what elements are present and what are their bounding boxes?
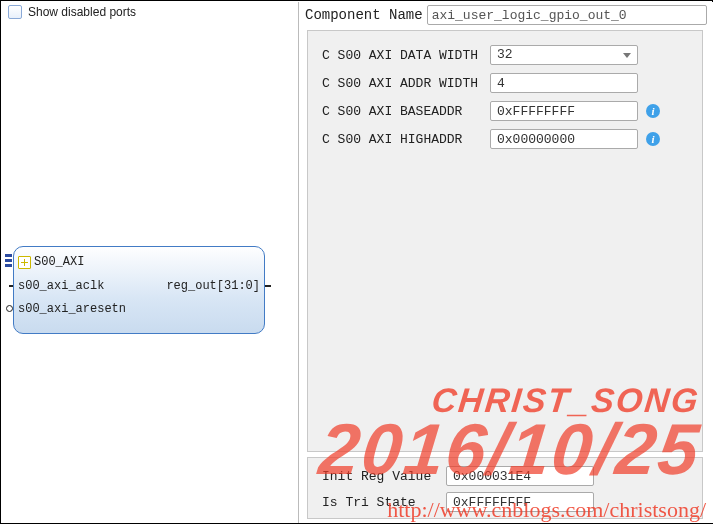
bus-port-label: S00_AXI: [34, 255, 84, 269]
param-label: C S00 AXI DATA WIDTH: [322, 48, 490, 63]
param-label: C S00 AXI ADDR WIDTH: [322, 76, 490, 91]
show-disabled-checkbox[interactable]: [8, 5, 22, 19]
param-value: 32: [497, 47, 513, 62]
diagram-pane: Show disabled ports S00_AXI s00_axi_aclk…: [2, 2, 299, 523]
param-init-reg-input[interactable]: 0x000031E4: [446, 466, 594, 486]
out-port-label: reg_out[31:0]: [166, 279, 260, 293]
properties-pane: Component Name axi_user_logic_gpio_out_0…: [299, 2, 713, 523]
param-tristate-input[interactable]: 0xFFFFFFFF: [446, 492, 594, 512]
param-baseaddr-input[interactable]: 0xFFFFFFFF: [490, 101, 638, 121]
invert-bubble-icon: [6, 305, 13, 312]
param-row-addr-width: C S00 AXI ADDR WIDTH 4: [322, 73, 638, 93]
component-name-label: Component Name: [305, 7, 423, 23]
extra-params-panel: Init Reg Value 0x000031E4 Is Tri State 0…: [307, 457, 703, 519]
bus-port-row[interactable]: S00_AXI: [18, 255, 84, 269]
rstn-port-row[interactable]: s00_axi_aresetn: [18, 302, 126, 316]
show-disabled-label: Show disabled ports: [28, 5, 136, 19]
bus-port-tip: [5, 254, 12, 267]
info-icon[interactable]: i: [646, 104, 660, 118]
param-data-width-select[interactable]: 32: [490, 45, 638, 65]
clk-port-row[interactable]: s00_axi_aclk: [18, 279, 104, 293]
param-addr-width-input[interactable]: 4: [490, 73, 638, 93]
param-row-tristate: Is Tri State 0xFFFFFFFF: [322, 492, 594, 512]
app-root: Show disabled ports S00_AXI s00_axi_aclk…: [0, 0, 713, 524]
param-highaddr-input[interactable]: 0x00000000: [490, 129, 638, 149]
param-row-highaddr: C S00 AXI HIGHADDR 0x00000000 i: [322, 129, 660, 149]
param-label: C S00 AXI BASEADDR: [322, 104, 490, 119]
clk-port-label: s00_axi_aclk: [18, 279, 104, 293]
expand-icon[interactable]: [18, 256, 31, 269]
param-label: Is Tri State: [322, 495, 446, 510]
out-port-row[interactable]: reg_out[31:0]: [166, 279, 260, 293]
component-name-input[interactable]: axi_user_logic_gpio_out_0: [427, 5, 707, 25]
param-label: Init Reg Value: [322, 469, 446, 484]
param-row-data-width: C S00 AXI DATA WIDTH 32: [322, 45, 638, 65]
show-disabled-ports-option[interactable]: Show disabled ports: [8, 5, 136, 19]
rstn-port-bubble-outer: [6, 305, 13, 312]
chevron-down-icon: [623, 53, 631, 58]
rstn-port-label: s00_axi_aresetn: [18, 302, 126, 316]
component-name-row: Component Name axi_user_logic_gpio_out_0: [305, 5, 707, 25]
ip-block[interactable]: S00_AXI s00_axi_aclk s00_axi_aresetn reg…: [13, 246, 265, 334]
axi-params-panel: C S00 AXI DATA WIDTH 32 C S00 AXI ADDR W…: [307, 30, 703, 452]
param-row-baseaddr: C S00 AXI BASEADDR 0xFFFFFFFF i: [322, 101, 660, 121]
param-row-init-reg: Init Reg Value 0x000031E4: [322, 466, 594, 486]
out-port-stub: [265, 285, 271, 287]
param-label: C S00 AXI HIGHADDR: [322, 132, 490, 147]
info-icon[interactable]: i: [646, 132, 660, 146]
